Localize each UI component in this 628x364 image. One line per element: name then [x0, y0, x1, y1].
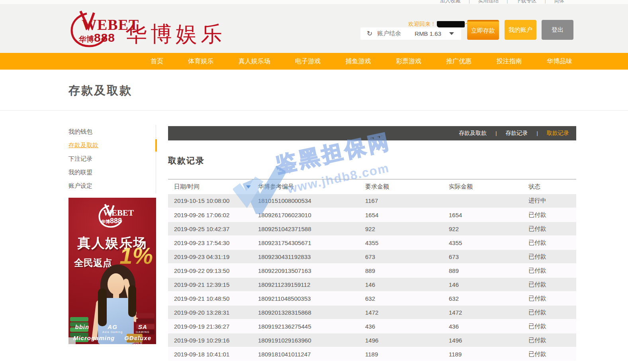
logo-subtext: 华博888	[79, 31, 115, 45]
top-utility-bar: 加入收藏实用连结下载专区简体	[0, 0, 628, 4]
nav-item-label: 捕鱼游戏	[346, 58, 371, 64]
page-title: 存款及取款	[68, 83, 132, 99]
cell-datetime: 2019-09-21 12:39:15	[168, 278, 258, 292]
sidebar-item[interactable]: 账户设定	[68, 179, 156, 193]
cell-status: 已付款	[528, 222, 576, 236]
table-row[interactable]: 2019-09-26 17:06:02 1809261706023010 165…	[168, 208, 576, 222]
top-link-label: 实用连结	[478, 0, 499, 4]
nav-item[interactable]: 投注指南	[497, 57, 522, 66]
cell-datetime: 2019-09-19 21:36:27	[168, 319, 258, 333]
column-header-requested-amount[interactable]: 要求金额	[365, 179, 449, 194]
cell-reference: 1809261706023010	[258, 208, 365, 222]
column-header-reference[interactable]: 华博参考编号	[258, 179, 365, 194]
column-header-actual-amount[interactable]: 实际金额	[449, 179, 528, 194]
table-row[interactable]: 2019-09-25 10:42:37 1809251042371588 922…	[168, 222, 576, 236]
tab-item[interactable]: 存款及取款	[459, 130, 487, 137]
tab-item[interactable]: 取款记录	[528, 130, 569, 137]
logo-sub-888: 888	[94, 31, 115, 44]
poker-chips-red	[136, 313, 155, 318]
cell-reference: 1810151008000534	[258, 194, 365, 208]
column-header-datetime[interactable]: 日期/时间	[168, 179, 258, 194]
logout-button[interactable]: 登出	[542, 20, 573, 40]
nav-item[interactable]: 推广优惠	[446, 57, 471, 66]
balance-widget[interactable]: ↻ 账户结余 RMB 1.63	[360, 27, 461, 40]
table-row[interactable]: 2019-09-19 21:36:27 1809192136275445 436…	[168, 319, 576, 333]
top-link[interactable]: 简体	[537, 0, 564, 4]
nav-item-label: 华博品味	[547, 58, 572, 64]
cell-datetime: 2019-10-15 10:08:00	[168, 194, 258, 208]
censored-username	[437, 21, 465, 27]
nav-item[interactable]: 体育娱乐	[188, 57, 213, 66]
provider-subname: GOLD	[124, 342, 151, 344]
cell-actual-amount: 889	[449, 264, 528, 278]
cell-reference: 1809211048500353	[258, 292, 365, 306]
top-link[interactable]: 下载专区	[499, 0, 536, 4]
cell-datetime: 2019-09-21 10:48:50	[168, 292, 258, 306]
nav-item[interactable]: 电子游戏	[295, 57, 321, 66]
table-row[interactable]: 2019-09-21 12:39:15 1809211239159112 146…	[168, 278, 576, 292]
cell-datetime: 2019-09-26 17:06:02	[168, 208, 258, 222]
sidebar-item-label: 账户设定	[68, 182, 92, 189]
column-header-status[interactable]: 状态	[528, 179, 576, 194]
provider-logo: SAGAMING	[136, 323, 149, 333]
balance-value: RMB 1.63	[415, 30, 441, 37]
provider-name: AG	[108, 323, 117, 330]
table-row[interactable]: 2019-09-21 10:48:50 1809211048500353 632…	[168, 292, 576, 306]
cell-status: 已付款	[528, 236, 576, 250]
cell-actual-amount: 1496	[449, 333, 528, 347]
refresh-icon[interactable]: ↻	[367, 30, 372, 37]
table-row[interactable]: 2019-09-20 13:28:31 1809201328315868 147…	[168, 306, 576, 319]
table-row[interactable]: 2019-09-23 17:54:30 1809231754305671 435…	[168, 236, 576, 250]
top-link[interactable]: 加入收藏	[440, 0, 461, 4]
table-row[interactable]: 2019-09-23 04:31:19 1809230431192833 673…	[168, 250, 576, 264]
cell-datetime: 2019-09-25 10:42:37	[168, 222, 258, 236]
sort-desc-icon[interactable]	[246, 185, 251, 189]
cell-requested-amount: 146	[365, 278, 449, 292]
table-row[interactable]: 2019-09-19 10:29:16 1809191029163960 149…	[168, 333, 576, 347]
sidebar-item[interactable]: 存款及取款	[68, 138, 156, 152]
cell-status: 已付款	[528, 292, 576, 306]
nav-item[interactable]: 首页	[151, 57, 163, 66]
section-title: 取款记录	[168, 155, 205, 166]
nav-item[interactable]: 捕鱼游戏	[346, 57, 371, 66]
cell-status: 已付款	[528, 278, 576, 292]
promo-banner[interactable]: WEBET 华博888 真人娱乐场 全民返点 1% bbinAGAsia Gam…	[68, 198, 156, 344]
banner-logo-cn: 华博	[101, 219, 110, 224]
banner-logo: WEBET 华博888	[94, 203, 131, 228]
tab-item[interactable]: 存款记录	[487, 130, 528, 137]
cell-datetime: 2019-09-20 13:28:31	[168, 306, 258, 319]
cell-reference: 1809181041011247	[258, 347, 365, 361]
table-body: 2019-10-15 10:08:00 1810151008000534 116…	[168, 194, 576, 361]
deposit-button[interactable]: 立即存款	[467, 20, 499, 40]
column-header-label: 实际金额	[449, 183, 473, 190]
cell-actual-amount: 146	[449, 278, 528, 292]
sidebar-item[interactable]: 我的联盟	[68, 165, 156, 179]
model-hair-strand-left	[98, 288, 107, 326]
my-account-button[interactable]: 我的账户	[505, 20, 536, 40]
sidebar-item[interactable]: 我的钱包	[68, 125, 156, 138]
top-link[interactable]: 实用连结	[461, 0, 499, 4]
cell-requested-amount: 436	[365, 319, 449, 333]
model-hair-strand-right	[128, 285, 136, 317]
cell-reference: 1809191029163960	[258, 333, 365, 347]
table-row[interactable]: 2019-10-15 10:08:00 1810151008000534 116…	[168, 194, 576, 208]
nav-item[interactable]: 华博品味	[547, 57, 572, 66]
column-header-label: 状态	[528, 183, 540, 190]
nav-item[interactable]: 彩票游戏	[396, 57, 421, 66]
caret-down-icon[interactable]	[449, 32, 454, 35]
nav-item-label: 电子游戏	[295, 58, 321, 64]
cell-datetime: 2019-09-18 10:41:01	[168, 347, 258, 361]
table-row[interactable]: 2019-09-22 09:13:50 1809220913507163 889…	[168, 264, 576, 278]
table-row[interactable]: 2019-09-18 10:41:01 1809181041011247 118…	[168, 347, 576, 361]
top-link-label: 下载专区	[516, 0, 537, 4]
site-logo[interactable]: WEBET 华博888 华博娱乐	[68, 9, 236, 49]
cell-status: 已付款	[528, 250, 576, 264]
provider-name: SA	[138, 323, 147, 330]
column-header-label: 日期/时间	[174, 183, 200, 190]
tab-label: 存款及取款	[459, 130, 487, 136]
nav-item[interactable]: 真人娱乐场	[239, 57, 270, 66]
cell-status: 已付款	[528, 208, 576, 222]
sidebar-item[interactable]: 下注记录	[68, 152, 156, 165]
provider-logo: GDeluxeGOLD	[124, 335, 151, 344]
cell-reference: 1809230431192833	[258, 250, 365, 264]
